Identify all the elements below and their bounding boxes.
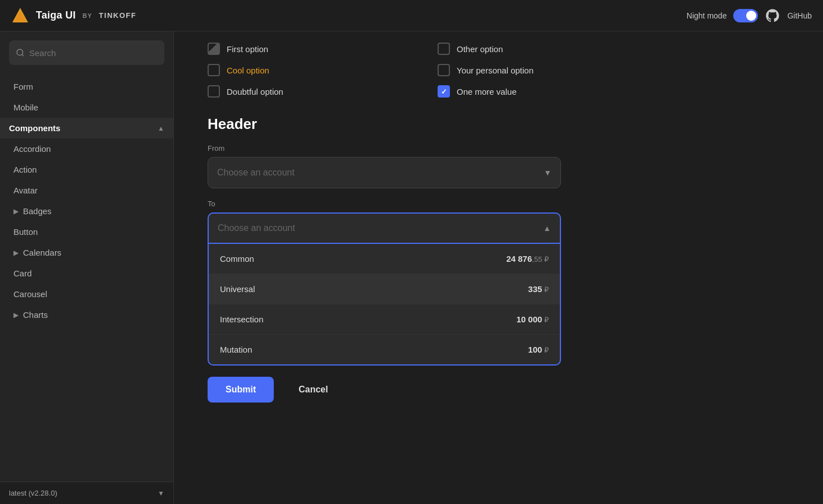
from-select[interactable]: Choose an account ▼ xyxy=(208,157,561,188)
dropdown-item-common-name: Common xyxy=(220,254,254,263)
github-icon xyxy=(765,8,780,24)
from-label: From xyxy=(208,144,645,152)
components-chevron-icon: ▲ xyxy=(158,124,164,132)
submit-button[interactable]: Submit xyxy=(208,377,274,403)
charts-arrow-icon: ▶ xyxy=(13,311,19,319)
personal-option-label: Your personal option xyxy=(457,66,534,75)
components-section[interactable]: Components ▲ xyxy=(0,118,173,138)
nav-list: Form Mobile Components ▲ Accordion Actio… xyxy=(0,72,173,482)
universal-currency: ₽ xyxy=(542,285,549,294)
dropdown-item-common[interactable]: Common 24 876,55 ₽ xyxy=(209,244,560,274)
app-title: Taiga UI xyxy=(36,10,76,21)
common-currency: ₽ xyxy=(542,255,549,263)
version-selector[interactable]: latest (v2.28.0) ▼ xyxy=(0,482,173,504)
night-mode-label: Night mode xyxy=(687,11,727,20)
checkbox-first-option[interactable] xyxy=(208,43,220,55)
sidebar-item-charts[interactable]: ▶ Charts xyxy=(0,304,173,325)
search-box[interactable] xyxy=(9,40,164,65)
mutation-integer: 100 xyxy=(528,345,542,354)
checkbox-row-cool-option: Cool option xyxy=(208,64,415,76)
dropdown-list: Common 24 876,55 ₽ Universal 335 ₽ Inter… xyxy=(208,244,561,366)
sidebar-item-calendars[interactable]: ▶ Calendars xyxy=(0,242,173,263)
sidebar-item-form[interactable]: Form xyxy=(0,76,173,97)
version-chevron-icon: ▼ xyxy=(158,489,164,497)
sidebar: Form Mobile Components ▲ Accordion Actio… xyxy=(0,31,174,504)
by-label: by xyxy=(82,12,92,19)
checkbox-row-personal-option: Your personal option xyxy=(438,64,645,76)
first-option-label: First option xyxy=(227,44,268,54)
checkbox-row-other-option: Other option xyxy=(438,43,645,55)
doubtful-option-label: Doubtful option xyxy=(227,87,283,96)
dropdown-item-mutation[interactable]: Mutation 100 ₽ xyxy=(209,335,560,364)
svg-point-2 xyxy=(17,49,23,56)
github-label: GitHub xyxy=(787,11,812,20)
intersection-currency: ₽ xyxy=(542,316,549,324)
dropdown-item-intersection-value: 10 000 ₽ xyxy=(516,315,549,324)
dropdown-item-intersection-name: Intersection xyxy=(220,315,264,324)
search-icon xyxy=(16,48,25,57)
from-placeholder: Choose an account xyxy=(217,168,295,178)
dropdown-item-mutation-value: 100 ₽ xyxy=(528,345,549,354)
checkbox-row-doubtful: Doubtful option xyxy=(208,85,415,98)
cancel-button[interactable]: Cancel xyxy=(281,377,346,403)
sidebar-item-mobile[interactable]: Mobile xyxy=(0,97,173,118)
from-chevron-icon: ▼ xyxy=(544,168,551,177)
checkbox-personal-option[interactable] xyxy=(438,64,450,76)
to-select[interactable]: Choose an account ▲ xyxy=(208,212,561,244)
checkbox-row-first-option: First option xyxy=(208,43,415,55)
to-field-group: To Choose an account ▲ Common 24 876,55 … xyxy=(208,200,645,366)
badges-arrow-icon: ▶ xyxy=(13,207,19,215)
topbar: Taiga UI by TINKOFF Night mode GitHub xyxy=(0,0,823,31)
content-area: First option Other option Cool option Yo… xyxy=(174,31,823,504)
sidebar-item-badges[interactable]: ▶ Badges xyxy=(0,201,173,221)
calendars-arrow-icon: ▶ xyxy=(13,249,19,257)
brand-label: TINKOFF xyxy=(99,11,136,20)
checkbox-row-one-more: One more value xyxy=(438,85,645,98)
to-chevron-icon: ▲ xyxy=(543,224,551,233)
one-more-value-label: One more value xyxy=(457,87,517,96)
components-label: Components xyxy=(9,123,61,133)
logo-icon xyxy=(11,7,29,25)
button-row: Submit Cancel xyxy=(208,377,645,403)
section-header-title: Header xyxy=(208,115,645,133)
mutation-currency: ₽ xyxy=(542,346,549,354)
universal-integer: 335 xyxy=(528,284,542,294)
checkbox-other-option[interactable] xyxy=(438,43,450,55)
cool-option-label: Cool option xyxy=(227,66,269,75)
dropdown-item-mutation-name: Mutation xyxy=(220,345,252,354)
sidebar-item-button[interactable]: Button xyxy=(0,221,173,242)
search-input[interactable] xyxy=(29,48,158,58)
to-label: To xyxy=(208,200,645,208)
checkbox-cool-option[interactable] xyxy=(208,64,220,76)
svg-line-3 xyxy=(22,54,24,56)
sidebar-item-carousel[interactable]: Carousel xyxy=(0,284,173,304)
sidebar-item-action[interactable]: Action xyxy=(0,159,173,180)
sidebar-item-avatar[interactable]: Avatar xyxy=(0,180,173,201)
version-label: latest (v2.28.0) xyxy=(9,489,57,497)
intersection-integer: 10 000 xyxy=(516,315,542,324)
main-layout: Form Mobile Components ▲ Accordion Actio… xyxy=(0,31,823,504)
dropdown-item-intersection[interactable]: Intersection 10 000 ₽ xyxy=(209,304,560,335)
checkbox-doubtful-option[interactable] xyxy=(208,85,220,98)
checkbox-grid: First option Other option Cool option Yo… xyxy=(208,43,645,98)
dropdown-item-universal-value: 335 ₽ xyxy=(528,284,549,294)
common-decimal: ,55 xyxy=(532,255,542,263)
night-mode-toggle[interactable] xyxy=(733,9,758,22)
from-field-group: From Choose an account ▼ xyxy=(208,144,645,188)
dropdown-item-common-value: 24 876,55 ₽ xyxy=(506,254,549,263)
dropdown-item-universal-name: Universal xyxy=(220,284,255,294)
content-inner: First option Other option Cool option Yo… xyxy=(174,31,679,425)
to-placeholder: Choose an account xyxy=(218,223,295,233)
sidebar-item-card[interactable]: Card xyxy=(0,263,173,284)
other-option-label: Other option xyxy=(457,44,503,54)
common-integer: 24 876 xyxy=(506,254,532,263)
sidebar-item-accordion[interactable]: Accordion xyxy=(0,138,173,159)
checkbox-one-more-value[interactable] xyxy=(438,85,450,98)
dropdown-item-universal[interactable]: Universal 335 ₽ xyxy=(209,274,560,304)
